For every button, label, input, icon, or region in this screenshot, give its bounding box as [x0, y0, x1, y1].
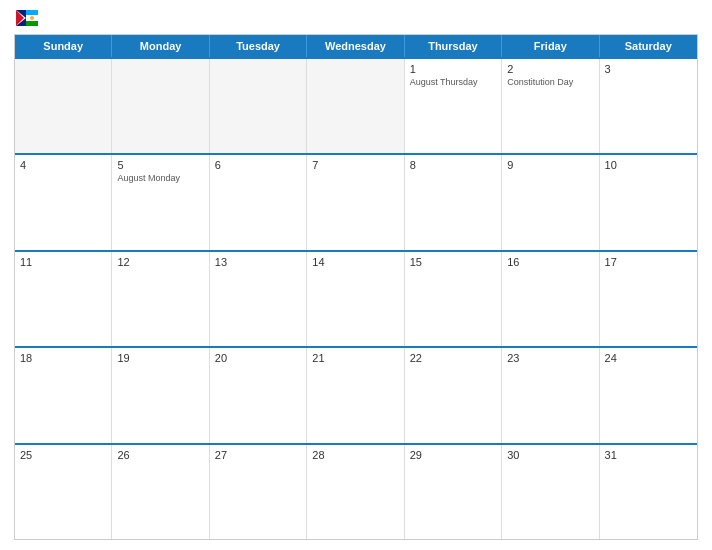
cal-day-cell: 9 — [502, 155, 599, 249]
page: SundayMondayTuesdayWednesdayThursdayFrid… — [0, 0, 712, 550]
calendar-week-2: 45August Monday678910 — [15, 153, 697, 249]
day-number: 29 — [410, 449, 496, 461]
day-number: 12 — [117, 256, 203, 268]
cal-day-cell: 25 — [15, 445, 112, 539]
day-number: 24 — [605, 352, 692, 364]
cal-day-cell: 2Constitution Day — [502, 59, 599, 153]
calendar-body: 1August Thursday2Constitution Day345Augu… — [15, 57, 697, 539]
calendar-week-4: 18192021222324 — [15, 346, 697, 442]
day-number: 20 — [215, 352, 301, 364]
day-number: 28 — [312, 449, 398, 461]
day-number: 18 — [20, 352, 106, 364]
day-number: 22 — [410, 352, 496, 364]
weekday-header-friday: Friday — [502, 35, 599, 57]
cal-day-cell: 17 — [600, 252, 697, 346]
day-number: 26 — [117, 449, 203, 461]
day-number: 5 — [117, 159, 203, 171]
day-event: Constitution Day — [507, 77, 593, 89]
cal-day-cell — [15, 59, 112, 153]
day-number: 30 — [507, 449, 593, 461]
logo-flag-icon — [16, 10, 38, 26]
cal-day-cell: 8 — [405, 155, 502, 249]
day-number: 14 — [312, 256, 398, 268]
cal-day-cell: 20 — [210, 348, 307, 442]
cal-day-cell: 16 — [502, 252, 599, 346]
cal-day-cell: 7 — [307, 155, 404, 249]
day-number: 4 — [20, 159, 106, 171]
cal-day-cell: 21 — [307, 348, 404, 442]
day-number: 16 — [507, 256, 593, 268]
cal-day-cell — [210, 59, 307, 153]
cal-day-cell: 19 — [112, 348, 209, 442]
weekday-header-monday: Monday — [112, 35, 209, 57]
day-number: 31 — [605, 449, 692, 461]
calendar-week-3: 11121314151617 — [15, 250, 697, 346]
calendar-weekday-header: SundayMondayTuesdayWednesdayThursdayFrid… — [15, 35, 697, 57]
cal-day-cell: 27 — [210, 445, 307, 539]
cal-day-cell: 11 — [15, 252, 112, 346]
cal-day-cell: 18 — [15, 348, 112, 442]
day-number: 2 — [507, 63, 593, 75]
cal-day-cell: 28 — [307, 445, 404, 539]
cal-day-cell — [112, 59, 209, 153]
weekday-header-wednesday: Wednesday — [307, 35, 404, 57]
day-number: 23 — [507, 352, 593, 364]
day-event: August Monday — [117, 173, 203, 185]
cal-day-cell: 30 — [502, 445, 599, 539]
cal-day-cell: 31 — [600, 445, 697, 539]
svg-rect-3 — [26, 10, 38, 15]
day-event: August Thursday — [410, 77, 496, 89]
day-number: 8 — [410, 159, 496, 171]
weekday-header-tuesday: Tuesday — [210, 35, 307, 57]
cal-day-cell: 22 — [405, 348, 502, 442]
day-number: 3 — [605, 63, 692, 75]
cal-day-cell: 15 — [405, 252, 502, 346]
day-number: 1 — [410, 63, 496, 75]
weekday-header-saturday: Saturday — [600, 35, 697, 57]
cal-day-cell: 13 — [210, 252, 307, 346]
cal-day-cell: 1August Thursday — [405, 59, 502, 153]
day-number: 27 — [215, 449, 301, 461]
cal-day-cell: 24 — [600, 348, 697, 442]
cal-day-cell: 26 — [112, 445, 209, 539]
weekday-header-sunday: Sunday — [15, 35, 112, 57]
day-number: 10 — [605, 159, 692, 171]
calendar: SundayMondayTuesdayWednesdayThursdayFrid… — [14, 34, 698, 540]
day-number: 25 — [20, 449, 106, 461]
day-number: 19 — [117, 352, 203, 364]
cal-day-cell: 4 — [15, 155, 112, 249]
cal-day-cell: 29 — [405, 445, 502, 539]
day-number: 9 — [507, 159, 593, 171]
day-number: 21 — [312, 352, 398, 364]
cal-day-cell: 3 — [600, 59, 697, 153]
svg-rect-5 — [26, 21, 38, 26]
cal-day-cell — [307, 59, 404, 153]
weekday-header-thursday: Thursday — [405, 35, 502, 57]
day-number: 17 — [605, 256, 692, 268]
day-number: 11 — [20, 256, 106, 268]
calendar-header — [14, 10, 698, 26]
svg-point-6 — [30, 16, 34, 20]
day-number: 15 — [410, 256, 496, 268]
day-number: 6 — [215, 159, 301, 171]
cal-day-cell: 12 — [112, 252, 209, 346]
cal-day-cell: 23 — [502, 348, 599, 442]
day-number: 7 — [312, 159, 398, 171]
day-number: 13 — [215, 256, 301, 268]
logo — [14, 10, 38, 26]
cal-day-cell: 10 — [600, 155, 697, 249]
cal-day-cell: 6 — [210, 155, 307, 249]
cal-day-cell: 5August Monday — [112, 155, 209, 249]
cal-day-cell: 14 — [307, 252, 404, 346]
calendar-week-1: 1August Thursday2Constitution Day3 — [15, 57, 697, 153]
calendar-week-5: 25262728293031 — [15, 443, 697, 539]
